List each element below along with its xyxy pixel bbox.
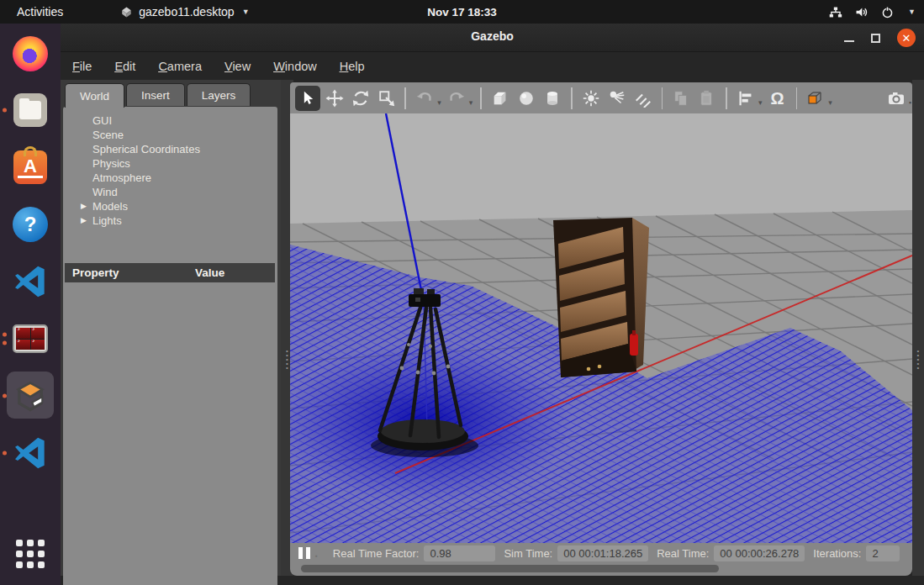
align-tool-button[interactable] — [734, 87, 758, 110]
panel-splitter-handle[interactable]: •••••• — [63, 255, 277, 263]
maximize-button[interactable] — [871, 34, 880, 43]
power-icon — [880, 5, 895, 19]
bookshelf[interactable] — [553, 218, 649, 377]
spot-light-icon — [608, 89, 626, 108]
screenshot-options-caret[interactable]: ▪ — [909, 98, 911, 107]
sim-time-label: Sim Time: — [504, 547, 552, 560]
dock-item-terminator[interactable] — [0, 313, 61, 365]
rotate-icon — [351, 89, 370, 108]
insert-cylinder-button[interactable] — [541, 87, 564, 110]
world-tree-area: GUI Scene Spherical Coordinates Physics … — [63, 107, 277, 585]
menu-camera[interactable]: Camera — [158, 60, 202, 73]
world-tree: GUI Scene Spherical Coordinates Physics … — [63, 113, 277, 228]
dock-item-gazebo[interactable] — [0, 370, 61, 422]
dock-item-vscode[interactable] — [0, 256, 61, 308]
sim-time-value: 00 00:01:18.265 — [557, 545, 648, 561]
value-column-header: Value — [195, 266, 224, 279]
dock-item-firefox[interactable] — [0, 28, 61, 80]
tab-insert[interactable]: Insert — [126, 83, 185, 106]
close-button[interactable]: ✕ — [897, 29, 916, 47]
tree-item-scene[interactable]: Scene — [63, 128, 277, 142]
translate-tool-button[interactable] — [323, 87, 346, 110]
dock-item-help[interactable]: ? — [0, 198, 61, 250]
tree-item-physics[interactable]: Physics — [63, 156, 277, 171]
box-icon — [491, 89, 510, 108]
ubuntu-software-icon: A — [13, 150, 47, 184]
tree-item-atmosphere[interactable]: Atmosphere — [63, 171, 277, 185]
select-tool-button[interactable] — [295, 86, 320, 111]
undo-button[interactable] — [413, 87, 436, 110]
scale-tool-button[interactable] — [375, 87, 399, 110]
real-time-factor-label: Real Time Factor: — [333, 547, 420, 560]
red-bottle — [630, 330, 638, 356]
right-splitter[interactable]: ••••• — [912, 80, 924, 576]
rotate-tool-button[interactable] — [349, 87, 372, 110]
undo-history-caret[interactable]: ▾ — [437, 98, 441, 107]
cylinder-icon — [543, 89, 562, 108]
tree-item-models[interactable]: ▶ Models — [63, 199, 277, 213]
render-viewport[interactable] — [290, 113, 912, 543]
menu-bar: File Edit Camera View Window Help — [61, 53, 924, 80]
directional-light-button[interactable] — [631, 87, 655, 110]
redo-button[interactable] — [445, 87, 468, 110]
volume-icon — [854, 5, 869, 19]
point-light-button[interactable] — [579, 87, 603, 110]
dock-item-files[interactable] — [0, 84, 61, 136]
iterations-value: 2 — [866, 545, 900, 561]
expand-arrow-icon[interactable]: ▶ — [81, 216, 87, 224]
copy-button[interactable] — [669, 87, 693, 110]
cabinet-knob — [587, 367, 591, 372]
real-time-value: 00 00:00:26.278 — [714, 545, 805, 561]
desktop: Activities gazebo11.desktop ▼ Nov 17 18:… — [0, 0, 924, 585]
tab-layers[interactable]: Layers — [187, 83, 251, 106]
app-menu-label: gazebo11.desktop — [139, 5, 234, 18]
dock-item-ubuntu-software[interactable]: A — [0, 141, 61, 193]
property-table-header: Property Value — [65, 263, 275, 282]
simulation-status-bar: ▪ Real Time Factor: 0.98 Sim Time: 00 00… — [290, 543, 912, 576]
activities-button[interactable]: Activities — [12, 5, 68, 18]
view-cube-icon — [805, 88, 826, 108]
tree-item-gui[interactable]: GUI — [63, 113, 277, 128]
redo-icon — [447, 89, 466, 108]
horizontal-scrollbar-thumb[interactable] — [301, 565, 719, 572]
menu-view[interactable]: View — [224, 60, 251, 73]
tree-item-spherical-coordinates[interactable]: Spherical Coordinates — [63, 142, 277, 156]
spot-light-button[interactable] — [605, 87, 629, 110]
expand-arrow-icon[interactable]: ▶ — [81, 202, 87, 210]
menu-edit[interactable]: Edit — [114, 60, 135, 73]
top-system-bar: Activities gazebo11.desktop ▼ Nov 17 18:… — [0, 0, 924, 24]
property-column-header: Property — [65, 266, 195, 279]
focused-app-menu[interactable]: gazebo11.desktop ▼ — [120, 5, 249, 18]
align-icon — [737, 89, 755, 108]
pause-button[interactable] — [298, 547, 310, 559]
tree-item-lights[interactable]: ▶ Lights — [63, 213, 277, 228]
undo-icon — [415, 89, 434, 108]
clock[interactable]: Nov 17 18:33 — [427, 6, 497, 18]
view-options-caret[interactable]: ▾ — [828, 98, 832, 107]
tree-item-wind[interactable]: Wind — [63, 185, 277, 199]
redo-history-caret[interactable]: ▾ — [469, 98, 473, 107]
minimize-button[interactable] — [844, 40, 854, 42]
menu-window[interactable]: Window — [273, 60, 317, 73]
tab-world[interactable]: World — [65, 83, 124, 108]
insert-box-button[interactable] — [488, 87, 512, 110]
change-view-button[interactable] — [804, 87, 827, 110]
gazebo-window: Gazebo ✕ File Edit Camera View Window He… — [61, 24, 924, 585]
real-time-label: Real Time: — [657, 547, 709, 560]
step-button[interactable]: ▪ — [315, 552, 318, 560]
network-wired-icon — [828, 5, 842, 19]
insert-sphere-button[interactable] — [515, 87, 538, 110]
align-options-caret[interactable]: ▾ — [758, 98, 763, 107]
gazebo-icon — [120, 6, 133, 18]
system-tray[interactable]: ▼ — [828, 5, 916, 19]
dock-item-vscode-2[interactable] — [0, 427, 61, 479]
paste-button[interactable] — [695, 87, 719, 110]
camera-icon — [886, 88, 906, 108]
screenshot-button[interactable] — [884, 87, 908, 110]
arrow-cursor-icon — [299, 90, 316, 107]
menu-file[interactable]: File — [72, 60, 92, 73]
snap-tool-button[interactable]: Ω — [766, 87, 789, 110]
window-titlebar[interactable]: Gazebo ✕ — [61, 24, 924, 52]
dock-item-show-applications[interactable] — [0, 528, 61, 580]
menu-help[interactable]: Help — [340, 60, 365, 73]
